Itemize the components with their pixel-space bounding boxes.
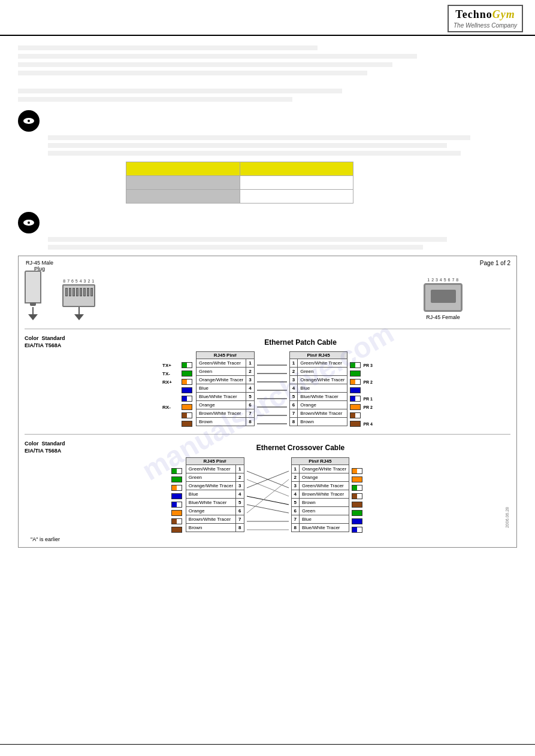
xswatch-gw-r <box>352 485 362 491</box>
patch-right-row: 2Green <box>289 368 347 376</box>
swatch-o-1 <box>182 404 192 410</box>
xswatch-gw-1 <box>171 468 182 474</box>
note-table-cell-2a <box>126 176 240 190</box>
arrow-down-icon-2 <box>74 314 84 320</box>
swatch-b-1 <box>182 387 192 393</box>
note1-text-3 <box>48 151 461 156</box>
crossover-right-table: Pin# RJ45 1Orange/White Tracer2Orange3Gr… <box>291 457 350 532</box>
xswatch-o-1 <box>171 510 182 516</box>
patch-right-row: 3Orange/White Tracer <box>289 376 347 384</box>
separator-2 <box>25 434 510 435</box>
xswatch-ow-1 <box>171 485 182 491</box>
eye-icon-1 <box>18 110 40 132</box>
xswatch-brw-r <box>352 493 362 499</box>
svg-marker-1 <box>74 314 84 320</box>
patch-left-header: RJ45 Pin# <box>197 352 255 359</box>
xswatch-bw-r <box>352 527 362 533</box>
svg-marker-0 <box>28 314 38 320</box>
svg-line-13 <box>247 496 289 505</box>
xswatch-b-1 <box>171 493 182 499</box>
crossover-right-swatches <box>352 467 364 534</box>
note-table <box>126 162 353 204</box>
crossover-left-row: Orange6 <box>186 506 244 515</box>
eye-inner-2 <box>23 220 34 226</box>
crossover-left-table: RJ45 Pin# Green/White Tracer1Green2Orang… <box>186 457 244 532</box>
crossover-footer-note: "A" is earlier <box>25 534 510 545</box>
rx-minus-label-1: RX- <box>162 403 179 411</box>
eye-pupil-1 <box>26 119 31 123</box>
crossover-left-row: Orange/White Tracer3 <box>186 481 244 490</box>
pr1-label: PR 1 <box>363 397 373 401</box>
plug-label: RJ-45 Male Plug <box>26 260 53 272</box>
patch-right-header: Pin# RJ45 <box>289 352 347 359</box>
logo-title: TechnoGym <box>454 8 517 21</box>
rj45-top-face: 8 7 6 5 4 3 2 1 <box>62 279 95 320</box>
swatch-o-r1 <box>350 404 361 410</box>
crossover-cable-header: Color Standard EIA/TIA T568A Ethernet Cr… <box>25 441 510 454</box>
xswatch-g-1 <box>171 476 182 482</box>
swatch-g-r1 <box>350 371 361 377</box>
crossover-left-swatches <box>171 467 183 534</box>
note-section-1 <box>18 110 517 132</box>
note-table-cell-2b <box>240 176 353 190</box>
crossover-left-header: RJ45 Pin# <box>186 457 244 464</box>
patch-right-row: 7Brown/White Tracer <box>289 409 347 418</box>
xswatch-ow-r <box>352 468 362 474</box>
swatch-b-r1 <box>350 387 361 393</box>
svg-line-15 <box>247 479 289 513</box>
xswatch-brw-1 <box>171 518 182 524</box>
swatch-brw-r1 <box>350 412 361 418</box>
rj45-female-connector: 1 2 3 4 5 6 7 8 RJ-45 Female <box>424 278 463 320</box>
patch-right-row: 8Brown <box>289 418 347 426</box>
patch-left-row: Brown8 <box>197 418 255 426</box>
xswatch-br-1 <box>171 527 182 533</box>
tx-minus-label: TX- <box>162 369 179 378</box>
patch-right-table: Pin# RJ45 1Green/White Tracer2Green3Oran… <box>289 351 348 426</box>
intro-text-5 <box>18 89 342 93</box>
patch-right-row: 1Green/White Tracer <box>289 359 347 368</box>
note-table-cell-1b <box>240 162 353 176</box>
tx-plus-label: TX+ <box>162 361 179 369</box>
eye-pupil-2 <box>26 220 31 225</box>
note-table-cell-1a <box>126 162 240 176</box>
intro-text-4 <box>18 71 367 75</box>
patch-cable-section: Color Standard EIA/TIA T568A Ethernet Pa… <box>19 333 516 430</box>
patch-left-row: Blue/White Tracer5 <box>197 393 255 401</box>
crossover-right-row: 2Orange <box>291 473 349 481</box>
logo-gym-text: Gym <box>492 8 515 20</box>
rx-plus-label-1: RX+ <box>162 378 179 386</box>
logo-techno-text: Techno <box>455 8 492 20</box>
note2-text-1 <box>48 237 447 242</box>
patch-pin-table-wrapper: TX+ TX- RX+ RX- <box>25 351 510 428</box>
crossover-left-row: Green/White Tracer1 <box>186 464 244 473</box>
left-swatches <box>182 361 194 428</box>
pr3-label: PR 3 <box>363 363 373 368</box>
ethernet-diagram: manualsarchive.com Page 1 of 2 RJ-45 Mal… <box>18 256 517 548</box>
swatch-ow-1 <box>182 379 192 385</box>
crossover-left-row: Brown/White Tracer7 <box>186 515 244 523</box>
crossover-left-row: Blue/White Tracer5 <box>186 498 244 506</box>
crossover-right-row: 1Orange/White Tracer <box>291 464 349 473</box>
xswatch-g-r <box>352 510 362 516</box>
rotated-date-label: 2006.06.28 <box>505 507 509 528</box>
patch-left-row: Orange6 <box>197 401 255 409</box>
patch-left-row: Green2 <box>197 368 255 376</box>
patch-left-row: Orange/White Tracer3 <box>197 376 255 384</box>
page-header: TechnoGym The Wellness Company <box>0 0 535 36</box>
crossover-left-row: Blue4 <box>186 490 244 498</box>
crossover-right-row: 3Green/White Tracer <box>291 481 349 490</box>
patch-standard-label: Color Standard EIA/TIA T568A <box>25 335 78 349</box>
female-label: RJ-45 Female <box>426 314 460 320</box>
intro-text-3 <box>18 62 392 67</box>
separator-1 <box>25 329 510 329</box>
swatch-gw-r1 <box>350 362 361 368</box>
patch-left-table: RJ45 Pin# Green/White Tracer1Green2Orang… <box>196 351 255 426</box>
crossover-pin-table-wrapper: RJ45 Pin# Green/White Tracer1Green2Orang… <box>25 457 510 534</box>
main-content: manualsarchive.com Page 1 of 2 RJ-45 Mal… <box>0 36 535 572</box>
note-table-cell-3a <box>126 190 240 204</box>
patch-right-row: 5Blue/White Tracer <box>289 393 347 401</box>
xswatch-b-r <box>352 518 362 524</box>
svg-line-14 <box>247 505 289 513</box>
swatch-bw-1 <box>182 396 192 402</box>
swatch-br-1 <box>182 421 192 427</box>
